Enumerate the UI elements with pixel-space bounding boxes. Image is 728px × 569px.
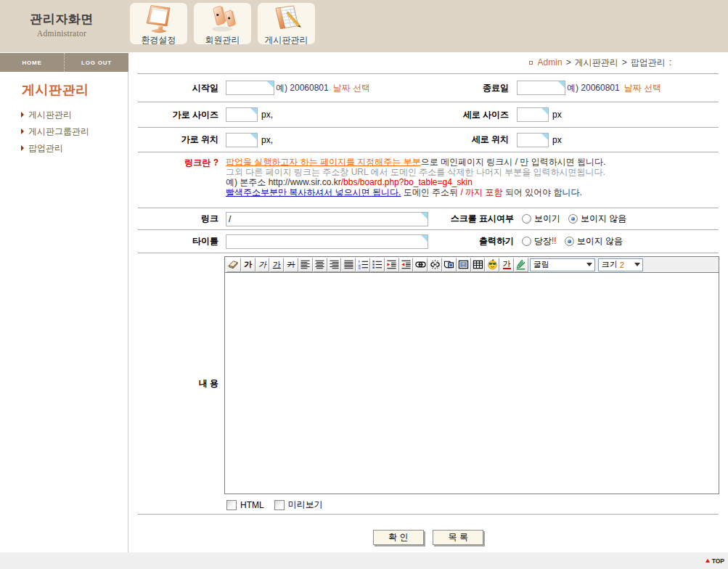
highlight-pen-icon[interactable] <box>514 258 528 272</box>
output-label: 출력하기 <box>442 235 514 247</box>
output-now-label: 당장!! <box>534 235 557 247</box>
output-now-radio[interactable] <box>522 237 531 246</box>
wysiwyg-editor: 가가가가가굴림크기2 <box>224 256 719 494</box>
form-row-link: 링크 스크롤 표시여부 보이기 보이지 않음 <box>138 208 719 229</box>
link-input-wrap <box>226 212 428 226</box>
sidebar-menu: 게시판관리 게시판그룹관리 팝업관리 <box>21 110 89 160</box>
nav-members-button[interactable]: 회원관리 <box>194 3 251 44</box>
nav-board-label: 게시판관리 <box>258 34 315 46</box>
end-date-input-wrap <box>517 81 565 95</box>
sidebar-item-label: 팝업관리 <box>28 142 63 155</box>
html-checkbox[interactable] <box>226 500 237 510</box>
chevron-down-icon <box>634 263 640 266</box>
output-hide-label: 보이지 않음 <box>577 235 623 247</box>
content-label: 내 용 <box>138 377 218 390</box>
sidebar-item-board-manage[interactable]: 게시판관리 <box>21 110 89 120</box>
sidebar-item-popup-manage[interactable]: 팝업관리 <box>21 143 89 153</box>
editor-content-area[interactable] <box>225 273 719 493</box>
start-date-picker-link[interactable]: 날짜 선택 <box>333 82 370 94</box>
breadcrumb-separator: > <box>566 57 571 67</box>
title-input[interactable] <box>226 234 428 249</box>
breadcrumb-board-manage[interactable]: 게시판관리 <box>575 57 618 69</box>
home-button[interactable]: HOME <box>0 53 64 72</box>
logo-subtitle: Administrator <box>0 29 123 38</box>
sidebar-item-board-group-manage[interactable]: 게시판그룹관리 <box>21 126 89 136</box>
scroll-label: 스크롤 표시여부 <box>442 213 514 225</box>
scroll-show-radio[interactable] <box>522 214 531 224</box>
confirm-button[interactable]: 확 인 <box>373 530 424 545</box>
align-right-icon[interactable] <box>327 258 342 272</box>
underline-icon[interactable]: 가 <box>269 258 284 272</box>
end-date-picker-link[interactable]: 날짜 선택 <box>624 82 661 94</box>
start-date-input[interactable] <box>226 81 274 95</box>
sidebar-divider <box>128 72 128 552</box>
strikethrough-icon[interactable]: 가 <box>284 258 298 272</box>
breadcrumb-popup-manage[interactable]: 팝업관리 <box>631 57 666 69</box>
pos-x-input[interactable] <box>226 133 258 147</box>
link-input[interactable] <box>226 212 428 226</box>
height-input[interactable] <box>517 107 549 122</box>
link-icon[interactable] <box>413 258 428 272</box>
popup-form: 시작일 예) 20060801 날짜 선택 종료일 예) 20060801 날짜… <box>138 73 719 515</box>
nav-settings-label: 환경설정 <box>130 34 187 46</box>
form-row-content: 내 용 가가가가가굴림크기2 HTML 미리보기 <box>138 253 719 514</box>
breadcrumb-separator: > <box>622 57 627 67</box>
font-color-icon[interactable]: 가 <box>499 258 514 272</box>
bold-icon[interactable]: 가 <box>241 258 255 272</box>
preview-checkbox[interactable] <box>274 500 285 510</box>
height-input-wrap <box>517 107 549 122</box>
align-justify-icon[interactable] <box>341 258 356 272</box>
nav-board-button[interactable]: 게시판관리 <box>258 3 315 44</box>
output-hide-radio[interactable] <box>565 237 574 246</box>
outdent-icon[interactable] <box>399 258 414 272</box>
width-label: 가로 사이즈 <box>138 109 218 121</box>
emoticon-icon[interactable] <box>485 258 499 272</box>
breadcrumb: Admin > 게시판관리 > 팝업관리 : <box>529 57 671 67</box>
pos-y-input[interactable] <box>517 133 549 147</box>
ordered-list-icon[interactable] <box>356 258 370 272</box>
link-help-label: 링크란 ? <box>138 152 218 169</box>
breadcrumb-admin-link[interactable]: Admin <box>538 57 563 67</box>
width-input-wrap <box>226 107 258 122</box>
nav-settings-button[interactable]: 환경설정 <box>130 3 187 44</box>
sidebar-item-label: 게시판그룹관리 <box>28 126 89 138</box>
width-unit: px, <box>261 110 273 120</box>
help-line-2: 그외 다른 페이지 링크는 주소창 URL 에서 도메인 주소를 삭제한 나머지… <box>226 167 605 177</box>
footer-bar: TOP <box>0 552 728 569</box>
logout-button[interactable]: LOG OUT <box>64 53 128 72</box>
align-left-icon[interactable] <box>298 258 313 272</box>
unlink-icon[interactable] <box>428 258 442 272</box>
start-date-input-wrap <box>226 81 274 95</box>
font-size-select[interactable]: 크기2 <box>598 258 643 271</box>
chevron-down-icon <box>586 263 592 266</box>
list-button[interactable]: 목 록 <box>433 530 483 545</box>
font-family-select[interactable]: 굴림 <box>530 258 595 271</box>
height-unit: px <box>552 110 562 120</box>
start-date-hint: 예) 20060801 <box>276 82 329 94</box>
eraser-icon[interactable] <box>226 258 241 272</box>
image-icon[interactable] <box>457 258 471 272</box>
height-label: 세로 사이즈 <box>406 109 509 121</box>
width-input[interactable] <box>226 107 258 122</box>
nav-members-label: 회원관리 <box>194 34 251 46</box>
start-date-label: 시작일 <box>138 82 218 94</box>
scroll-hide-radio[interactable] <box>568 214 578 224</box>
form-row-position: 가로 위치 px, 세로 위치 px <box>138 127 719 152</box>
scroll-hide-label: 보이지 않음 <box>581 213 626 225</box>
admin-logo[interactable]: 관리자화면 Administrator <box>0 11 123 38</box>
table-icon[interactable] <box>471 258 486 272</box>
end-date-input[interactable] <box>517 81 565 95</box>
editor-options-row: HTML 미리보기 <box>226 499 719 511</box>
pos-y-unit: px <box>552 135 562 145</box>
form-row-link-help: 링크란 ? 팝업을 실행하고자 하는 페이지를 지정해주는 부분으로 메인페이지… <box>138 152 719 208</box>
indent-icon[interactable] <box>385 258 399 272</box>
scroll-to-top-link[interactable]: TOP <box>712 557 724 565</box>
unordered-list-icon[interactable] <box>370 258 385 272</box>
align-center-icon[interactable] <box>313 258 327 272</box>
form-row-title: 타이틀 출력하기 당장!! 보이지 않음 <box>138 229 719 253</box>
arrow-bullet-icon <box>21 128 24 134</box>
board-manage-icon <box>269 4 305 35</box>
help-line-4: 빨색주소부분만 복사하셔서 넣으시면 됩니다. 도메인 주소뒤 / 까지 포함 … <box>226 187 605 197</box>
media-icon[interactable] <box>442 258 457 272</box>
italic-icon[interactable]: 가 <box>255 258 270 272</box>
